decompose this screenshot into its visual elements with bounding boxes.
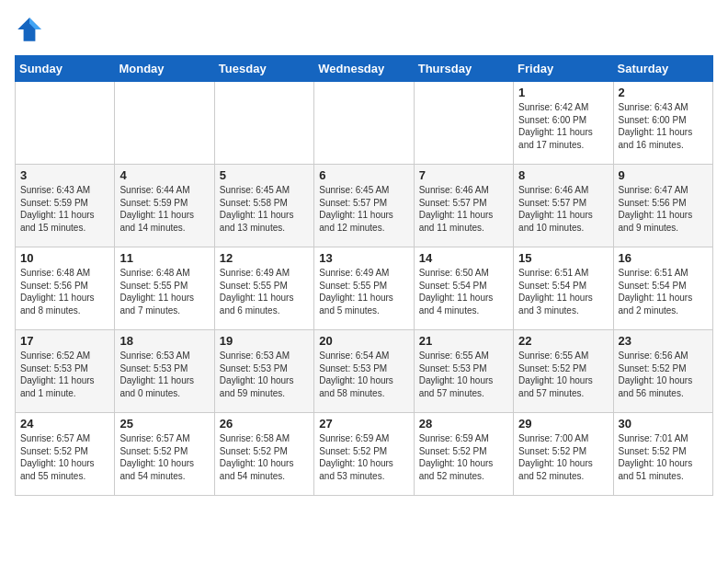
calendar-cell: 4Sunrise: 6:44 AM Sunset: 5:59 PM Daylig… [115, 165, 214, 247]
day-number: 11 [119, 251, 209, 265]
day-number: 19 [220, 334, 309, 348]
calendar-cell: 10Sunrise: 6:48 AM Sunset: 5:56 PM Dayli… [16, 247, 115, 330]
calendar-cell: 29Sunrise: 7:00 AM Sunset: 5:52 PM Dayli… [514, 413, 613, 496]
day-number: 23 [619, 334, 708, 348]
calendar-cell [214, 82, 313, 165]
cell-info: Sunrise: 6:59 AM Sunset: 5:52 PM Dayligh… [319, 432, 408, 482]
cell-info: Sunrise: 6:55 AM Sunset: 5:52 PM Dayligh… [518, 350, 608, 399]
weekday-header-wednesday: Wednesday [314, 56, 414, 82]
day-number: 8 [518, 168, 608, 182]
day-number: 21 [419, 334, 508, 348]
cell-info: Sunrise: 6:42 AM Sunset: 6:00 PM Dayligh… [518, 101, 608, 151]
cell-info: Sunrise: 7:00 AM Sunset: 5:52 PM Dayligh… [518, 432, 608, 482]
calendar-table: SundayMondayTuesdayWednesdayThursdayFrid… [15, 55, 713, 496]
calendar-cell: 17Sunrise: 6:52 AM Sunset: 5:53 PM Dayli… [16, 330, 115, 413]
day-number: 1 [518, 86, 608, 99]
weekday-header-monday: Monday [115, 56, 214, 82]
cell-info: Sunrise: 6:45 AM Sunset: 5:58 PM Dayligh… [220, 184, 309, 234]
day-number: 7 [419, 168, 508, 182]
day-number: 25 [119, 417, 209, 431]
calendar-cell [16, 82, 115, 165]
day-number: 26 [220, 417, 309, 431]
weekday-header-tuesday: Tuesday [214, 56, 313, 82]
calendar-cell [115, 82, 214, 165]
day-number: 17 [20, 334, 109, 348]
calendar-cell: 30Sunrise: 7:01 AM Sunset: 5:52 PM Dayli… [613, 413, 712, 496]
calendar-cell: 11Sunrise: 6:48 AM Sunset: 5:55 PM Dayli… [115, 247, 214, 330]
cell-info: Sunrise: 6:46 AM Sunset: 5:57 PM Dayligh… [518, 184, 608, 234]
calendar-cell: 27Sunrise: 6:59 AM Sunset: 5:52 PM Dayli… [314, 413, 414, 496]
cell-info: Sunrise: 6:52 AM Sunset: 5:53 PM Dayligh… [20, 350, 109, 399]
day-number: 3 [20, 168, 109, 182]
calendar-cell: 14Sunrise: 6:50 AM Sunset: 5:54 PM Dayli… [414, 247, 513, 330]
calendar-week-2: 3Sunrise: 6:43 AM Sunset: 5:59 PM Daylig… [16, 165, 713, 247]
calendar-cell: 7Sunrise: 6:46 AM Sunset: 5:57 PM Daylig… [414, 165, 513, 247]
day-number: 29 [518, 417, 608, 431]
day-number: 5 [220, 168, 309, 182]
calendar-cell: 13Sunrise: 6:49 AM Sunset: 5:55 PM Dayli… [314, 247, 414, 330]
day-number: 24 [20, 417, 109, 431]
calendar-cell [414, 82, 513, 165]
calendar-cell: 23Sunrise: 6:56 AM Sunset: 5:52 PM Dayli… [613, 330, 712, 413]
day-number: 15 [518, 251, 608, 265]
cell-info: Sunrise: 6:50 AM Sunset: 5:54 PM Dayligh… [419, 267, 508, 316]
cell-info: Sunrise: 6:54 AM Sunset: 5:53 PM Dayligh… [319, 350, 408, 399]
calendar-cell: 12Sunrise: 6:49 AM Sunset: 5:55 PM Dayli… [214, 247, 313, 330]
weekday-header-saturday: Saturday [613, 56, 712, 82]
cell-info: Sunrise: 6:43 AM Sunset: 6:00 PM Dayligh… [619, 101, 708, 151]
calendar-cell: 8Sunrise: 6:46 AM Sunset: 5:57 PM Daylig… [514, 165, 613, 247]
weekday-header-row: SundayMondayTuesdayWednesdayThursdayFrid… [16, 56, 713, 82]
day-number: 14 [419, 251, 508, 265]
calendar-cell: 28Sunrise: 6:59 AM Sunset: 5:52 PM Dayli… [414, 413, 513, 496]
calendar-cell: 15Sunrise: 6:51 AM Sunset: 5:54 PM Dayli… [514, 247, 613, 330]
day-number: 18 [119, 334, 209, 348]
cell-info: Sunrise: 6:46 AM Sunset: 5:57 PM Dayligh… [419, 184, 508, 234]
calendar-cell: 1Sunrise: 6:42 AM Sunset: 6:00 PM Daylig… [514, 82, 613, 165]
cell-info: Sunrise: 7:01 AM Sunset: 5:52 PM Dayligh… [619, 432, 708, 482]
cell-info: Sunrise: 6:43 AM Sunset: 5:59 PM Dayligh… [20, 184, 109, 234]
cell-info: Sunrise: 6:58 AM Sunset: 5:52 PM Dayligh… [220, 432, 309, 482]
day-number: 28 [419, 417, 508, 431]
cell-info: Sunrise: 6:55 AM Sunset: 5:53 PM Dayligh… [419, 350, 508, 399]
weekday-header-sunday: Sunday [16, 56, 115, 82]
calendar-week-1: 1Sunrise: 6:42 AM Sunset: 6:00 PM Daylig… [16, 82, 713, 165]
cell-info: Sunrise: 6:57 AM Sunset: 5:52 PM Dayligh… [119, 432, 209, 482]
calendar-cell: 20Sunrise: 6:54 AM Sunset: 5:53 PM Dayli… [314, 330, 414, 413]
day-number: 30 [619, 417, 708, 431]
cell-info: Sunrise: 6:45 AM Sunset: 5:57 PM Dayligh… [319, 184, 408, 234]
day-number: 22 [518, 334, 608, 348]
calendar-week-5: 24Sunrise: 6:57 AM Sunset: 5:52 PM Dayli… [16, 413, 713, 496]
cell-info: Sunrise: 6:44 AM Sunset: 5:59 PM Dayligh… [119, 184, 209, 234]
day-number: 6 [319, 168, 408, 182]
cell-info: Sunrise: 6:59 AM Sunset: 5:52 PM Dayligh… [419, 432, 508, 482]
calendar-cell: 26Sunrise: 6:58 AM Sunset: 5:52 PM Dayli… [214, 413, 313, 496]
calendar-cell: 5Sunrise: 6:45 AM Sunset: 5:58 PM Daylig… [214, 165, 313, 247]
day-number: 2 [619, 86, 708, 99]
calendar-cell [314, 82, 414, 165]
day-number: 10 [20, 251, 109, 265]
day-number: 16 [619, 251, 708, 265]
page-header [15, 15, 713, 44]
cell-info: Sunrise: 6:48 AM Sunset: 5:56 PM Dayligh… [20, 267, 109, 316]
calendar-week-3: 10Sunrise: 6:48 AM Sunset: 5:56 PM Dayli… [16, 247, 713, 330]
calendar-cell: 6Sunrise: 6:45 AM Sunset: 5:57 PM Daylig… [314, 165, 414, 247]
calendar-cell: 21Sunrise: 6:55 AM Sunset: 5:53 PM Dayli… [414, 330, 513, 413]
cell-info: Sunrise: 6:53 AM Sunset: 5:53 PM Dayligh… [220, 350, 309, 399]
day-number: 20 [319, 334, 408, 348]
logo [15, 15, 48, 44]
weekday-header-thursday: Thursday [414, 56, 513, 82]
calendar-cell: 18Sunrise: 6:53 AM Sunset: 5:53 PM Dayli… [115, 330, 214, 413]
cell-info: Sunrise: 6:51 AM Sunset: 5:54 PM Dayligh… [518, 267, 608, 316]
calendar-cell: 2Sunrise: 6:43 AM Sunset: 6:00 PM Daylig… [613, 82, 712, 165]
day-number: 9 [619, 168, 708, 182]
cell-info: Sunrise: 6:49 AM Sunset: 5:55 PM Dayligh… [319, 267, 408, 316]
cell-info: Sunrise: 6:49 AM Sunset: 5:55 PM Dayligh… [220, 267, 309, 316]
day-number: 4 [119, 168, 209, 182]
cell-info: Sunrise: 6:51 AM Sunset: 5:54 PM Dayligh… [619, 267, 708, 316]
calendar-cell: 19Sunrise: 6:53 AM Sunset: 5:53 PM Dayli… [214, 330, 313, 413]
calendar-cell: 16Sunrise: 6:51 AM Sunset: 5:54 PM Dayli… [613, 247, 712, 330]
calendar-cell: 24Sunrise: 6:57 AM Sunset: 5:52 PM Dayli… [16, 413, 115, 496]
weekday-header-friday: Friday [514, 56, 613, 82]
cell-info: Sunrise: 6:57 AM Sunset: 5:52 PM Dayligh… [20, 432, 109, 482]
cell-info: Sunrise: 6:47 AM Sunset: 5:56 PM Dayligh… [619, 184, 708, 234]
